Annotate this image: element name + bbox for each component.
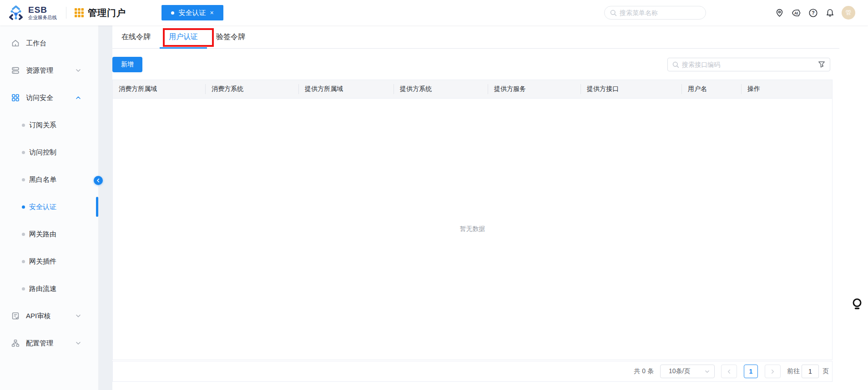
menu-search-box[interactable]	[604, 6, 706, 20]
sidebar-item-gateway-route[interactable]: 网关路由	[0, 220, 98, 248]
sidebar-item-workbench[interactable]: 工作台	[0, 30, 98, 57]
column-header: 提供方接口	[581, 80, 682, 98]
open-tab-label: 安全认证	[178, 9, 206, 17]
bullet-dot-icon	[22, 151, 25, 154]
sidebar-item-label: API审核	[26, 312, 50, 320]
table-empty-body: 暂无数据	[113, 98, 832, 360]
server-stack-icon	[11, 66, 20, 75]
close-icon[interactable]: ×	[210, 10, 213, 16]
chevron-down-icon	[76, 340, 81, 346]
sidebar: 工作台 资源管理 访问安全 订阅关系 访问控制 黑白名单 安全认证	[0, 25, 98, 390]
sidebar-item-label: 订阅关系	[29, 121, 56, 130]
column-header: 消费方系统	[206, 80, 299, 98]
prev-page-button[interactable]	[721, 365, 737, 378]
portal-title: 管理门户	[88, 7, 126, 19]
sidebar-collapse-button[interactable]	[94, 176, 103, 185]
logo-subtitle: 企业服务总线	[28, 15, 57, 20]
tab-user-auth[interactable]: 用户认证	[160, 25, 207, 48]
logo-title: ESB	[28, 5, 57, 15]
empty-state-text: 暂无数据	[460, 225, 485, 233]
data-table: 消费方所属域 消费方系统 提供方所属域 提供方系统 提供方服务 提供方接口 用户…	[112, 80, 833, 360]
bullet-dot-icon	[22, 205, 25, 209]
sidebar-item-subscription-relations[interactable]: 订阅关系	[0, 111, 98, 139]
sitemap-icon	[11, 339, 20, 348]
column-header: 操作	[742, 80, 832, 98]
goto-label: 前往	[787, 367, 800, 375]
chevron-up-icon	[76, 95, 81, 100]
chevron-left-icon	[727, 369, 732, 374]
bullet-dot-icon	[22, 287, 25, 290]
sidebar-item-access-control[interactable]: 访问控制	[0, 139, 98, 166]
sidebar-item-label: 访问安全	[26, 94, 53, 102]
page-unit-label: 页	[823, 367, 829, 375]
tab-sign-token[interactable]: 验签令牌	[207, 25, 254, 48]
goto-page-input[interactable]	[802, 365, 819, 378]
interface-code-search-input[interactable]	[682, 61, 818, 68]
chevron-right-icon	[770, 369, 775, 374]
sidebar-item-config-management[interactable]: 配置管理	[0, 330, 98, 357]
table-header-row: 消费方所属域 消费方系统 提供方所属域 提供方系统 提供方服务 提供方接口 用户…	[113, 80, 832, 98]
topbar-icon-cluster: AI ? 管	[774, 0, 855, 25]
main-content: 在线令牌 用户认证 验签令牌 新增 消费方所属域 消费方系统 提供方所属域 提供…	[112, 25, 868, 390]
topbar: ESB 企业服务总线 管理门户 安全认证 × AI ?	[0, 0, 868, 25]
sidebar-item-label: 黑白名单	[29, 175, 56, 184]
user-avatar[interactable]: 管	[842, 6, 855, 20]
svg-text:?: ?	[812, 10, 814, 15]
search-icon	[610, 10, 617, 16]
sidebar-item-label: 网关插件	[29, 257, 56, 266]
portal-grid-icon	[75, 8, 84, 17]
toolbar: 新增	[112, 57, 833, 72]
search-icon	[672, 61, 679, 68]
pagination-total: 共 0 条	[634, 367, 654, 375]
sidebar-item-label: 安全认证	[29, 203, 56, 211]
pagination-bar: 共 0 条 10条/页 1 前往 页	[112, 361, 833, 382]
bullet-dot-icon	[22, 260, 25, 263]
sidebar-item-gateway-plugin[interactable]: 网关插件	[0, 248, 98, 275]
page-size-value: 10条/页	[669, 367, 690, 375]
help-icon[interactable]: ?	[808, 8, 818, 18]
open-tab-security-auth[interactable]: 安全认证 ×	[161, 5, 223, 20]
next-page-button[interactable]	[765, 365, 781, 378]
lightbulb-helper-icon[interactable]	[852, 298, 862, 312]
tab-online-token[interactable]: 在线令牌	[112, 25, 160, 48]
tab-active-dot-icon	[171, 11, 174, 15]
menu-search-input[interactable]	[620, 9, 702, 16]
location-pin-icon[interactable]	[774, 8, 784, 18]
column-header: 提供方服务	[488, 80, 581, 98]
sidebar-item-label: 网关路由	[29, 230, 56, 239]
clipboard-check-icon	[11, 311, 20, 320]
active-item-indicator-bar	[96, 197, 98, 217]
sidebar-item-black-white-list[interactable]: 黑白名单	[0, 166, 98, 193]
chevron-down-icon	[76, 313, 81, 319]
sidebar-item-label: 配置管理	[26, 339, 53, 348]
bullet-dot-icon	[22, 124, 25, 127]
sidebar-item-api-audit[interactable]: API审核	[0, 302, 98, 330]
chevron-down-icon	[705, 369, 710, 374]
sidebar-item-label: 工作台	[26, 39, 46, 48]
ai-assistant-icon[interactable]: AI	[791, 8, 801, 18]
column-header: 用户名	[682, 80, 742, 98]
topbar-divider	[66, 7, 66, 19]
chevron-down-icon	[76, 68, 81, 73]
home-icon	[11, 39, 20, 48]
column-header: 消费方所属域	[113, 80, 206, 98]
add-button[interactable]: 新增	[112, 57, 142, 72]
page-number-current[interactable]: 1	[744, 365, 758, 378]
svg-text:AI: AI	[794, 11, 798, 15]
sidebar-item-access-security[interactable]: 访问安全	[0, 84, 98, 111]
column-header: 提供方所属域	[299, 80, 394, 98]
interface-code-search-box[interactable]	[667, 58, 830, 71]
page-size-select[interactable]: 10条/页	[660, 365, 715, 378]
sidebar-item-route-rate[interactable]: 路由流速	[0, 275, 98, 302]
grid-icon	[11, 93, 20, 102]
bullet-dot-icon	[22, 178, 25, 181]
content-tabbar: 在线令牌 用户认证 验签令牌	[112, 25, 839, 49]
notification-bell-icon[interactable]	[825, 8, 835, 18]
sidebar-item-label: 路由流速	[29, 285, 56, 293]
filter-funnel-icon[interactable]	[818, 61, 825, 68]
sidebar-item-label: 资源管理	[26, 66, 53, 75]
sidebar-item-resources[interactable]: 资源管理	[0, 57, 98, 84]
logo: ESB 企业服务总线	[0, 4, 57, 21]
bullet-dot-icon	[22, 233, 25, 236]
sidebar-item-security-auth[interactable]: 安全认证	[0, 193, 98, 220]
